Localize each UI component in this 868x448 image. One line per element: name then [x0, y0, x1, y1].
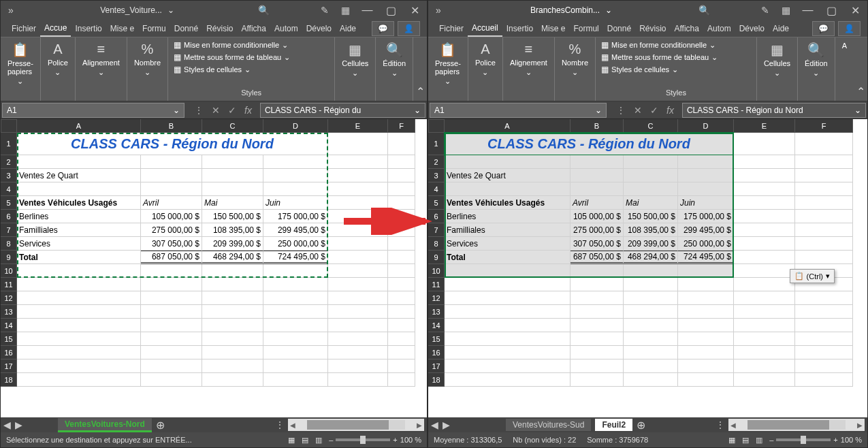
doc-title[interactable]: BranchesCombin...⌄ [449, 5, 694, 15]
share-button[interactable]: 👤 [398, 21, 420, 36]
view-page-icon[interactable]: ▤ [742, 436, 749, 445]
maximize-button[interactable]: ▢ [379, 4, 403, 17]
formula-field[interactable]: CLASS CARS - Région du Nord⌄ [682, 103, 866, 118]
menu-autom[interactable]: Autom [703, 21, 735, 36]
align-button[interactable]: ≡Alignement⌄ [506, 39, 551, 80]
police-button[interactable]: APolice⌄ [44, 39, 72, 80]
doc-title[interactable]: Ventes_Voiture...⌄ [21, 5, 253, 15]
row-headers[interactable]: 123456789101112131415161718 [1, 119, 17, 417]
menu-affichage[interactable]: Afficha [237, 21, 270, 36]
tab-nav-next[interactable]: ▶ [443, 419, 450, 430]
row-headers[interactable]: 123456789101112131415161718 [428, 119, 445, 417]
expand-icon[interactable]: ⋮ [616, 105, 626, 116]
view-normal-icon[interactable]: ▦ [288, 436, 295, 445]
cancel-icon[interactable]: ✕ [212, 105, 220, 116]
comments-button[interactable]: 💬 [372, 21, 394, 36]
expand-icon[interactable]: ⋮ [194, 105, 204, 116]
tab-split[interactable]: ⋮ [276, 420, 284, 430]
sheet-tab-nord[interactable]: VentesVoitures-Nord [58, 418, 152, 432]
select-all[interactable] [428, 119, 445, 133]
fx-icon[interactable]: fx [244, 105, 252, 116]
align-button[interactable]: ≡Alignement⌄ [78, 39, 124, 80]
comments-button[interactable]: 💬 [812, 21, 835, 36]
cell-subtitle[interactable]: Ventes 2e Quart [445, 169, 570, 182]
menu-develop[interactable]: Dévelo [735, 21, 769, 36]
zoom-control[interactable]: –+100 % [329, 436, 421, 444]
add-sheet-button[interactable]: ⊕ [156, 419, 165, 432]
addins-button[interactable]: A [838, 39, 851, 52]
menu-formules[interactable]: Formu [138, 21, 170, 36]
nombre-button[interactable]: %Nombre⌄ [558, 39, 592, 80]
fx-icon[interactable]: fx [666, 105, 674, 116]
menu-insertion[interactable]: Insertio [502, 21, 537, 36]
police-button[interactable]: APolice⌄ [471, 39, 500, 80]
maximize-button[interactable]: ▢ [820, 4, 843, 17]
menu-fichier[interactable]: Fichier [7, 21, 40, 36]
cell-styles-button[interactable]: ▦Styles de cellules⌄ [174, 65, 290, 74]
layout-icon[interactable]: ▦ [335, 5, 355, 16]
menu-accueil[interactable]: Accue [40, 20, 71, 37]
conditional-format-button[interactable]: ▦Mise en forme conditionnelle⌄ [601, 40, 718, 50]
grid[interactable]: 123456789101112131415161718 ABCDEF CLASS… [428, 119, 867, 417]
column-headers[interactable]: ABCDEF [17, 119, 427, 133]
menu-donnees[interactable]: Donné [170, 21, 202, 36]
menu-accueil[interactable]: Accueil [468, 20, 502, 37]
name-box[interactable]: A1⌄ [2, 103, 184, 118]
enter-icon[interactable]: ✓ [650, 105, 658, 116]
minimize-button[interactable]: — [796, 4, 820, 17]
search-icon[interactable]: 🔍 [253, 5, 274, 16]
collapse-ribbon[interactable]: ⌃ [413, 37, 427, 101]
view-break-icon[interactable]: ▥ [756, 436, 762, 445]
tab-nav-next[interactable]: ▶ [15, 419, 22, 430]
tab-nav-prev[interactable]: ◀ [431, 419, 438, 430]
share-button[interactable]: 👤 [838, 21, 861, 36]
add-sheet-button[interactable]: ⊕ [637, 419, 645, 432]
column-headers[interactable]: ABCDEF [445, 119, 867, 133]
cell-subtitle[interactable]: Ventes 2e Quart [17, 169, 141, 182]
view-page-icon[interactable]: ▤ [302, 436, 308, 445]
menu-mise[interactable]: Mise e [106, 21, 138, 36]
menu-revision[interactable]: Révisio [202, 21, 237, 36]
more-icon[interactable]: » [1, 5, 21, 16]
pen-icon[interactable]: ✎ [315, 5, 335, 16]
clipboard-button[interactable]: 📋Presse- papiers⌄ [431, 39, 465, 89]
zoom-control[interactable]: –+100 % [769, 436, 862, 444]
menu-donnees[interactable]: Donné [603, 21, 635, 36]
sheet-tab-feuil2[interactable]: Feuil2 [595, 419, 632, 431]
close-button[interactable]: ✕ [403, 4, 427, 17]
clipboard-button[interactable]: 📋Presse- papiers⌄ [3, 39, 37, 89]
format-table-button[interactable]: ▦Mettre sous forme de tableau⌄ [601, 52, 718, 62]
cancel-icon[interactable]: ✕ [634, 105, 642, 116]
menu-aide[interactable]: Aide [336, 21, 360, 36]
edit-button[interactable]: 🔍Édition⌄ [801, 39, 832, 80]
tab-split[interactable]: ⋮ [716, 420, 724, 430]
menu-fichier[interactable]: Fichier [435, 21, 468, 36]
formula-field[interactable]: CLASS CARS - Région du⌄ [260, 103, 425, 118]
menu-aide[interactable]: Aide [769, 21, 793, 36]
menu-formules[interactable]: Formul [569, 21, 602, 36]
layout-icon[interactable]: ▦ [775, 5, 796, 16]
menu-autom[interactable]: Autom [270, 21, 302, 36]
nombre-button[interactable]: %Nombre⌄ [130, 39, 165, 80]
cell-title[interactable]: CLASS CARS - Région du Nord [17, 133, 328, 155]
menu-mise[interactable]: Mise e [537, 21, 569, 36]
minimize-button[interactable]: — [355, 4, 379, 17]
close-button[interactable]: ✕ [843, 4, 867, 17]
conditional-format-button[interactable]: ▦Mise en forme conditionnelle⌄ [174, 40, 290, 50]
collapse-ribbon[interactable]: ⌃ [854, 37, 867, 101]
search-icon[interactable]: 🔍 [694, 5, 714, 16]
format-table-button[interactable]: ▦Mettre sous forme de tableau⌄ [174, 52, 290, 62]
view-break-icon[interactable]: ▥ [315, 436, 322, 445]
menu-affichage[interactable]: Afficha [670, 21, 703, 36]
select-all[interactable] [1, 119, 17, 133]
more-icon[interactable]: » [428, 5, 449, 16]
paste-options-button[interactable]: 📋(Ctrl)▾ [790, 269, 835, 283]
edit-button[interactable]: 🔍Édition⌄ [379, 39, 410, 80]
sheet-tab-sud[interactable]: VentesVoitures-Sud [506, 419, 591, 431]
pen-icon[interactable]: ✎ [755, 5, 775, 16]
cells-button[interactable]: ▦Cellules⌄ [338, 39, 372, 80]
cell-title[interactable]: CLASS CARS - Région du Nord [445, 133, 734, 155]
view-normal-icon[interactable]: ▦ [728, 436, 735, 445]
name-box[interactable]: A1⌄ [430, 103, 607, 118]
cell-styles-button[interactable]: ▦Styles de cellules⌄ [601, 65, 718, 74]
